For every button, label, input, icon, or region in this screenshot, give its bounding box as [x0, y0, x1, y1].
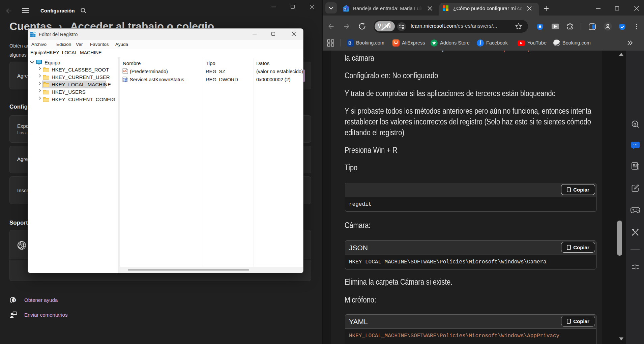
svg-text:110: 110 — [123, 80, 127, 82]
svg-text:?: ? — [13, 298, 15, 302]
svg-text:ab: ab — [123, 69, 126, 73]
